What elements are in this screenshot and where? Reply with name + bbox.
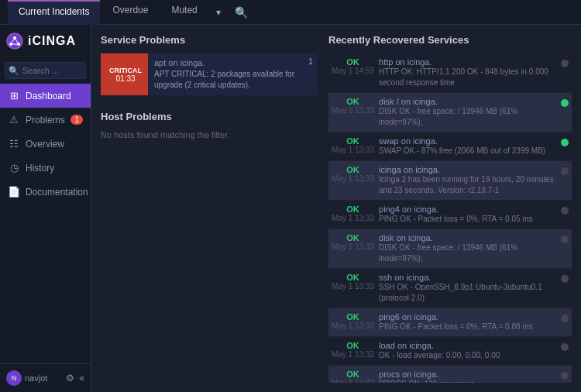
sidebar-search[interactable]: 🔍	[5, 62, 86, 79]
status-time: May 1 13:33	[332, 242, 374, 251]
problem-badge: CRITICAL 01:33	[103, 53, 148, 95]
host-problems-title: Host Problems	[101, 111, 318, 122]
status-ok: OK May 1 13:33	[332, 97, 374, 115]
sidebar-item-problems[interactable]: ⚠ Problems 1	[0, 108, 91, 132]
dashboard-icon: ⊞	[8, 90, 20, 101]
detail-host: ping4 on icinga.	[379, 205, 558, 214]
recovered-detail: swap on icinga. SWAP OK - 87% free (2066…	[374, 136, 558, 156]
status-dot	[561, 372, 569, 380]
status-ok: OK May 1 13:32	[332, 370, 374, 383]
avatar: N	[6, 370, 22, 386]
sidebar-label-documentation: Documentation	[26, 187, 88, 198]
gear-icon[interactable]: ⚙	[66, 373, 74, 383]
detail-host: procs on icinga.	[379, 370, 558, 379]
detail-text: OK - load average: 0.00, 0.00, 0.00	[379, 350, 558, 361]
ok-label: OK	[332, 273, 374, 282]
sidebar-label-problems: Problems	[26, 115, 65, 126]
sidebar-item-documentation[interactable]: 📄 Documentation	[0, 180, 91, 204]
detail-text: PING OK - Packet loss = 0%, RTA = 0.05 m…	[379, 214, 558, 225]
ok-label: OK	[332, 233, 374, 242]
no-hosts-message: No hosts found matching the filter.	[101, 130, 318, 139]
list-item: OK May 1 13:33 icinga on icinga. Icinga …	[328, 161, 572, 201]
problems-icon: ⚠	[8, 114, 20, 126]
content-body: Service Problems CRITICAL 01:33 apt on i…	[91, 25, 581, 392]
nav-tabs: Current Incidents Overdue Muted ▾ 🔍	[8, 0, 248, 25]
detail-text: DISK OK - free space: / 13946 MB (61% in…	[379, 106, 558, 128]
logo-text: iCINGA	[28, 34, 76, 48]
user-name: navjot	[25, 373, 66, 383]
status-ok: OK May 1 13:33	[332, 312, 374, 330]
list-item: OK May 1 13:33 disk on icinga. DISK OK -…	[328, 229, 572, 269]
status-ok: OK May 1 13:33	[332, 165, 374, 183]
status-time: May 1 13:33	[332, 174, 374, 183]
recovered-detail: http on icinga. HTTP OK: HTTP/1.1 200 OK…	[374, 57, 558, 88]
ok-label: OK	[332, 205, 374, 214]
logo: iCINGA	[0, 25, 91, 57]
status-dot	[561, 60, 569, 67]
detail-host: ping6 on icinga.	[379, 312, 558, 322]
detail-host: load on icinga.	[379, 341, 558, 350]
detail-text: SWAP OK - 87% free (2066 MB out of 2399 …	[379, 146, 558, 156]
detail-host: swap on icinga.	[379, 136, 558, 146]
tab-muted[interactable]: Muted	[160, 0, 208, 25]
status-dot	[561, 236, 569, 243]
service-problems-title: Service Problems	[101, 34, 318, 46]
search-mini-icon: 🔍	[9, 66, 19, 76]
badge-label: CRITICAL	[109, 67, 142, 74]
status-ok: OK May 1 13:33	[332, 136, 374, 154]
recovered-detail: icinga on icinga. Icinga 2 has been runn…	[374, 165, 558, 196]
detail-text: PROCS OK: 130 processes	[379, 379, 558, 383]
status-time: May 1 13:33	[332, 322, 374, 330]
list-item: OK May 1 14:59 http on icinga. HTTP OK: …	[328, 53, 572, 93]
chevron-down-icon: ▾	[216, 7, 221, 18]
svg-point-0	[7, 33, 22, 49]
sidebar-item-history[interactable]: ◷ History	[0, 156, 91, 180]
list-item: OK May 1 13:32 procs on icinga. PROCS OK…	[328, 366, 572, 383]
status-dot	[561, 275, 569, 283]
detail-host: icinga on icinga.	[379, 165, 558, 174]
status-dot	[561, 139, 569, 146]
problems-badge: 1	[70, 115, 83, 125]
sidebar-item-overview[interactable]: ☷ Overview	[0, 132, 91, 156]
status-dot	[561, 207, 569, 215]
ok-label: OK	[332, 57, 374, 67]
status-time: May 1 13:33	[332, 106, 374, 115]
status-time: May 1 13:32	[332, 379, 374, 383]
sidebar-item-dashboard[interactable]: ⊞ Dashboard	[0, 84, 91, 108]
main-layout: iCINGA 🔍 ⊞ Dashboard ⚠ Problems 1 ☷ Over…	[0, 25, 581, 392]
tab-dropdown[interactable]: ▾	[210, 7, 227, 18]
status-dot	[561, 315, 569, 322]
status-time: May 1 13:33	[332, 282, 374, 291]
problem-host: apt on icinga.	[154, 58, 297, 67]
tab-current-incidents[interactable]: Current Incidents	[8, 0, 100, 25]
detail-text: DISK OK - free space: / 13946 MB (61% in…	[379, 242, 558, 264]
sidebar-label-dashboard: Dashboard	[26, 91, 71, 101]
recovered-detail: ping4 on icinga. PING OK - Packet loss =…	[374, 205, 558, 225]
detail-host: ssh on icinga.	[379, 273, 558, 282]
list-item: OK May 1 13:33 disk / on icinga. DISK OK…	[328, 93, 572, 132]
overview-icon: ☷	[8, 138, 20, 150]
detail-text: PING OK - Packet loss = 0%, RTA = 0.08 m…	[379, 322, 558, 332]
status-time: May 1 14:59	[332, 67, 374, 75]
badge-time: 01:33	[115, 74, 135, 83]
collapse-icon[interactable]: «	[79, 373, 84, 383]
recently-recovered-section: Recently Recovered Services OK May 1 14:…	[328, 34, 572, 383]
history-icon: ◷	[8, 162, 20, 174]
ok-label: OK	[332, 165, 374, 174]
problem-number: 1	[304, 53, 318, 95]
status-ok: OK May 1 13:32	[332, 341, 374, 359]
ok-label: OK	[332, 370, 374, 379]
tab-overdue[interactable]: Overdue	[101, 0, 159, 25]
search-icon[interactable]: 🔍	[235, 6, 248, 19]
problem-text: APT CRITICAL: 2 packages available for u…	[154, 69, 297, 91]
status-time: May 1 13:32	[332, 350, 374, 359]
recovered-detail: load on icinga. OK - load average: 0.00,…	[374, 341, 558, 361]
list-item: OK May 1 13:33 ping4 on icinga. PING OK …	[328, 201, 572, 229]
detail-host: disk / on icinga.	[379, 97, 558, 106]
content: Service Problems CRITICAL 01:33 apt on i…	[91, 25, 581, 392]
recovered-detail: ssh on icinga. SSH OK - OpenSSH_8.9p1 Ub…	[374, 273, 558, 304]
status-dot	[561, 99, 569, 107]
logo-icon	[6, 33, 23, 50]
recovered-detail: disk / on icinga. DISK OK - free space: …	[374, 97, 558, 128]
status-time: May 1 13:33	[332, 214, 374, 222]
